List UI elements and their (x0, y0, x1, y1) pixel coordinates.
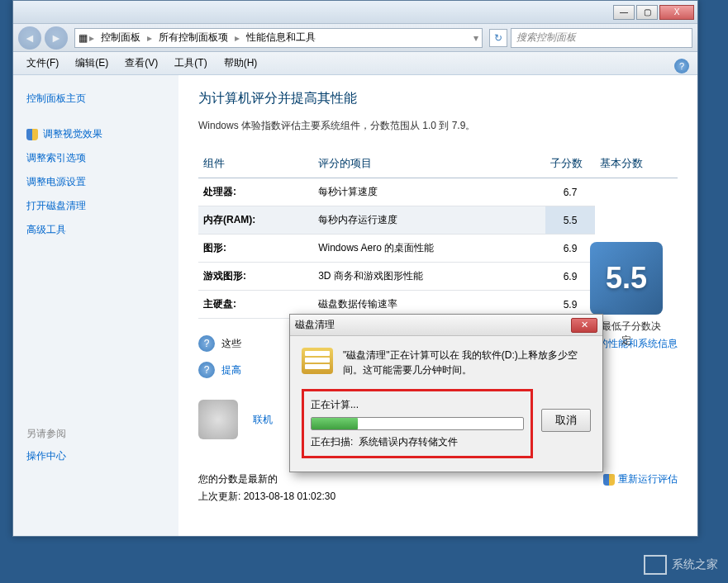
page-title: 为计算机评分并提高其性能 (198, 90, 678, 107)
last-update: 上次更新: 2013-08-18 01:02:30 (198, 490, 678, 504)
question-icon: ? (198, 362, 215, 378)
question-icon: ? (198, 335, 215, 352)
sidebar: 控制面板主页 调整视觉效果 调整索引选项 调整电源设置 打开磁盘清理 高级工具 … (13, 75, 178, 536)
watermark-icon (644, 555, 667, 575)
menu-file[interactable]: 文件(F) (20, 53, 65, 73)
sidebar-item-indexing[interactable]: 调整索引选项 (26, 146, 165, 170)
search-input[interactable]: 搜索控制面板 (511, 28, 692, 48)
dialog-titlebar: 磁盘清理 ✕ (290, 315, 602, 336)
breadcrumb[interactable]: ▦ ▸ 控制面板 ▸ 所有控制面板项 ▸ 性能信息和工具 ▾ (74, 28, 483, 48)
nav-back-button[interactable]: ◄ (18, 26, 41, 50)
breadcrumb-item[interactable]: 控制面板 (96, 29, 145, 46)
see-also-label: 另请参阅 (26, 424, 165, 444)
sidebar-item-disk-cleanup[interactable]: 打开磁盘清理 (26, 194, 165, 218)
dialog-message: "磁盘清理"正在计算可以在 我的软件(D:)上释放多少空间。这可能需要几分钟时间… (343, 348, 591, 377)
progress-highlight-box: 正在计算... 正在扫描: 系统错误内存转储文件 (302, 389, 533, 458)
sidebar-item-power[interactable]: 调整电源设置 (26, 170, 165, 194)
improve-link[interactable]: 提高 (221, 363, 241, 377)
col-component: 组件 (198, 149, 313, 178)
menu-edit[interactable]: 编辑(E) (69, 53, 115, 73)
table-row: 处理器:每秒计算速度6.7 (198, 178, 678, 206)
sidebar-home-link[interactable]: 控制面板主页 (26, 87, 165, 111)
dialog-title: 磁盘清理 (295, 318, 335, 332)
refresh-button[interactable]: ↻ (489, 29, 507, 47)
scanning-status: 正在扫描: 系统错误内存转储文件 (311, 435, 524, 449)
titlebar: — ▢ X (13, 1, 697, 24)
chevron-right-icon: ▸ (89, 32, 94, 44)
chevron-right-icon: ▸ (147, 32, 152, 44)
sidebar-item-advanced[interactable]: 高级工具 (26, 218, 165, 242)
online-link[interactable]: 联机 (253, 413, 273, 427)
minimize-button[interactable]: — (613, 5, 635, 20)
col-subscore: 子分数 (545, 149, 595, 178)
breadcrumb-item[interactable]: 性能信息和工具 (241, 29, 321, 46)
nav-forward-button[interactable]: ► (45, 26, 68, 50)
rerun-assessment-link[interactable]: 重新运行评估 (603, 472, 678, 486)
menu-tools[interactable]: 工具(T) (168, 53, 213, 73)
score-status: 您的分数是最新的 (198, 472, 278, 486)
calculating-label: 正在计算... (311, 398, 524, 412)
progress-bar (311, 417, 524, 430)
help-icon[interactable]: ? (674, 59, 689, 73)
maximize-button[interactable]: ▢ (636, 5, 658, 20)
progress-fill (312, 418, 358, 429)
navigation-bar: ◄ ► ▦ ▸ 控制面板 ▸ 所有控制面板项 ▸ 性能信息和工具 ▾ ↻ 搜索控… (13, 24, 697, 52)
software-icon (198, 400, 238, 439)
disk-cleanup-dialog: 磁盘清理 ✕ "磁盘清理"正在计算可以在 我的软件(D:)上释放多少空间。这可能… (289, 314, 603, 472)
folder-icon: ▦ (79, 32, 88, 44)
sidebar-item-action-center[interactable]: 操作中心 (26, 444, 165, 468)
menu-help[interactable]: 帮助(H) (217, 53, 264, 73)
close-button[interactable]: X (659, 5, 694, 20)
dialog-close-button[interactable]: ✕ (571, 318, 597, 333)
disk-cleanup-icon (302, 348, 333, 374)
menu-view[interactable]: 查看(V) (118, 53, 164, 73)
col-basescore: 基本分数 (595, 149, 678, 178)
shield-icon (603, 474, 615, 486)
footer: 您的分数是最新的 重新运行评估 上次更新: 2013-08-18 01:02:3… (198, 469, 678, 504)
chevron-right-icon: ▸ (235, 32, 240, 44)
menubar: 文件(F) 编辑(E) 查看(V) 工具(T) 帮助(H) (13, 52, 697, 75)
sidebar-item-visual-effects[interactable]: 调整视觉效果 (26, 122, 165, 146)
base-score-value: 5.5 (590, 242, 663, 315)
page-description: Windows 体验指数评估主要系统组件，分数范围从 1.0 到 7.9。 (198, 119, 678, 133)
shield-icon (26, 129, 38, 140)
breadcrumb-item[interactable]: 所有控制面板项 (154, 29, 233, 46)
chevron-down-icon[interactable]: ▾ (473, 32, 478, 44)
cancel-button[interactable]: 取消 (541, 409, 591, 432)
col-item: 评分的项目 (313, 149, 545, 178)
watermark: 系统之家 (644, 555, 718, 575)
